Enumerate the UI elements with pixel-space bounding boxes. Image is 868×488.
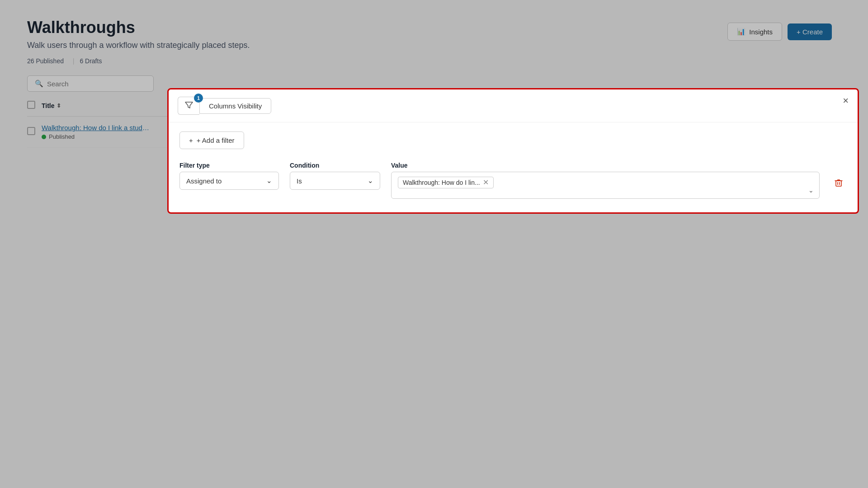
value-col: Value Walkthrough: How do I lin... ✕ ⌄ [391,162,820,199]
value-tag-close[interactable]: ✕ [483,179,489,186]
filter-type-col: Filter type Assigned to ⌄ [179,162,279,190]
filter-badge: 1 [194,94,203,103]
plus-icon: + [189,136,193,144]
add-filter-button[interactable]: + + Add a filter [179,131,244,149]
svg-rect-0 [836,181,841,186]
filter-type-select[interactable]: Assigned to ⌄ [179,172,279,190]
value-tag-text: Walkthrough: How do I lin... [403,179,480,186]
filter-type-chevron: ⌄ [266,177,272,185]
columns-visibility-tab[interactable]: Columns Visibility [199,98,271,114]
condition-select[interactable]: Is ⌄ [290,172,380,190]
delete-filter-button[interactable] [830,174,847,191]
columns-visibility-label: Columns Visibility [209,102,262,110]
filter-tabs: 1 Columns Visibility [169,89,858,122]
modal-overlay [0,0,868,488]
filter-panel: 1 Columns Visibility × + + Add a filter … [167,88,859,214]
condition-value: Is [297,177,302,185]
filter-tab[interactable]: 1 [178,97,199,115]
close-icon: × [843,95,849,106]
value-input-area[interactable]: Walkthrough: How do I lin... ✕ ⌄ [391,172,820,199]
condition-chevron: ⌄ [368,177,373,185]
value-tag: Walkthrough: How do I lin... ✕ [398,177,494,188]
condition-label: Condition [290,162,380,169]
filter-type-value: Assigned to [186,177,222,185]
close-button[interactable]: × [843,96,849,106]
add-filter-label: + Add a filter [197,136,235,144]
value-chevron-icon: ⌄ [808,187,814,194]
filter-row: Filter type Assigned to ⌄ Condition Is ⌄… [179,162,847,199]
filter-type-label: Filter type [179,162,279,169]
filter-icon [184,100,193,111]
condition-col: Condition Is ⌄ [290,162,380,190]
filter-body: + + Add a filter Filter type Assigned to… [169,122,858,212]
value-label: Value [391,162,820,169]
